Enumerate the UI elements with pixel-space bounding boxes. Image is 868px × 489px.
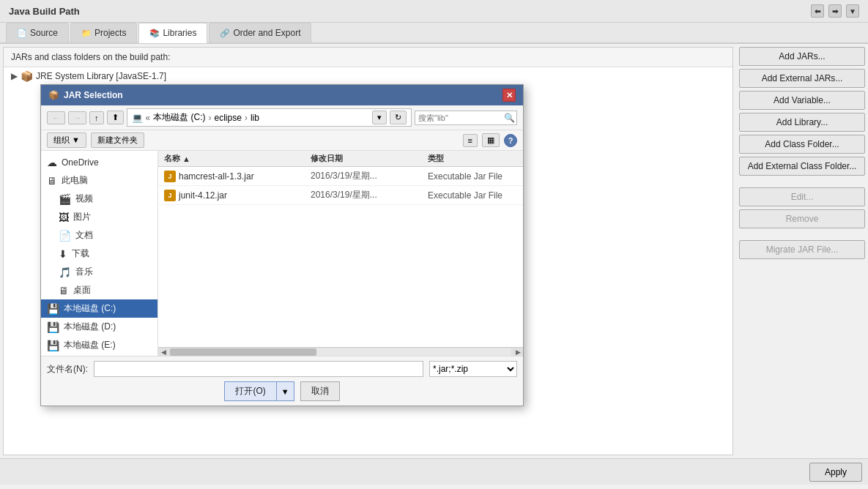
main-area: JARs and class folders on the build path… [0, 44, 868, 458]
secondary-toolbar: 组织 ▼ 新建文件夹 ≡ ▦ ? [41, 130, 523, 151]
add-external-class-folder-button[interactable]: Add External Class Folder... [739, 157, 865, 176]
remove-button[interactable]: Remove [739, 209, 865, 228]
sidebar-item-music[interactable]: 🎵 音乐 [41, 263, 157, 281]
tab-order[interactable]: 🔗 Order and Export [209, 23, 311, 42]
back-btn[interactable]: ⬅ [811, 4, 824, 18]
sidebar-item-downloads[interactable]: ⬇ 下载 [41, 244, 157, 263]
nav-parent-button[interactable]: ⬆ [107, 111, 124, 124]
open-button[interactable]: 打开(O) [224, 381, 275, 401]
search-input[interactable] [418, 113, 502, 122]
add-variable-button[interactable]: Add Variable... [739, 91, 865, 110]
title-bar: Java Build Path ⬅ ➡ ▼ [0, 0, 868, 23]
new-folder-label: 新建文件夹 [97, 135, 138, 144]
video-label: 视频 [75, 193, 93, 205]
add-external-jars-button[interactable]: Add External JARs... [739, 69, 865, 88]
open-dropdown-button[interactable]: ▼ [276, 381, 294, 401]
nav-up-button[interactable]: ↑ [89, 111, 104, 124]
dialog-close-button[interactable]: ✕ [502, 89, 516, 102]
add-jars-button[interactable]: Add JARs... [739, 47, 865, 66]
file-list-container: 名称 ▲ 修改日期 类型 J hamcrest-all-1.3.jar [158, 151, 523, 356]
migrate-jar-button[interactable]: Migrate JAR File... [739, 240, 865, 259]
col-type-header: 类型 [428, 153, 517, 164]
cdrive-label: 本地磁盘 (C:) [64, 302, 116, 315]
downloads-label: 下载 [72, 247, 89, 260]
filename-row: 文件名(N): *.jar;*.zip [47, 361, 517, 377]
tab-source[interactable]: 📄 Source [6, 23, 69, 42]
onedrive-label: OneDrive [62, 157, 99, 168]
filename-label: 文件名(N): [47, 363, 88, 376]
breadcrumb-area[interactable]: 💻 « 本地磁盘 (C:) › eclipse › lib ▾ ↻ [127, 108, 412, 127]
add-library-button[interactable]: Add Library... [739, 113, 865, 132]
cdrive-icon: 💾 [47, 303, 59, 315]
view-toggle-button[interactable]: ≡ [463, 134, 478, 147]
dialog-overlay: 📦 JAR Selection ✕ ← → ↑ ⬆ 💻 « 本地磁盘 (C:) [4, 48, 732, 455]
video-icon: 🎬 [59, 193, 71, 205]
col-name-header[interactable]: 名称 ▲ [164, 153, 311, 164]
new-folder-button[interactable]: 新建文件夹 [91, 132, 144, 148]
tab-source-label: Source [30, 28, 58, 38]
music-icon: 🎵 [59, 266, 71, 278]
downloads-icon: ⬇ [59, 248, 67, 260]
music-label: 音乐 [75, 266, 93, 278]
file-list-header: 名称 ▲ 修改日期 类型 [158, 151, 523, 167]
dialog-toolbar: ← → ↑ ⬆ 💻 « 本地磁盘 (C:) › eclipse › lib ▾ [41, 105, 523, 130]
add-class-folder-button[interactable]: Add Class Folder... [739, 135, 865, 154]
sidebar-item-ddrive[interactable]: 💾 本地磁盘 (D:) [41, 318, 157, 336]
apply-button[interactable]: Apply [809, 463, 862, 482]
sidebar-item-onedrive[interactable]: ☁ OneDrive [41, 154, 157, 171]
breadcrumb-sep1: « [146, 113, 151, 123]
sidebar-item-desktop[interactable]: 🖥 桌面 [41, 281, 157, 299]
tab-projects[interactable]: 📁 Projects [70, 23, 137, 42]
junit-name-col: J junit-4.12.jar [164, 190, 311, 201]
dialog-buttons: 打开(O) ▼ 取消 [47, 381, 517, 401]
sidebar-item-documents[interactable]: 📄 文档 [41, 226, 157, 244]
libraries-tab-icon: 📚 [149, 29, 160, 38]
horizontal-scrollbar[interactable]: ◀ ▶ [158, 347, 523, 356]
cancel-button[interactable]: 取消 [300, 381, 340, 401]
organize-button[interactable]: 组织 ▼ [47, 132, 86, 148]
sort-icon: ▲ [182, 154, 190, 163]
junit-jar-icon: J [164, 190, 176, 201]
desktop-icon: 🖥 [59, 285, 69, 296]
documents-icon: 📄 [59, 230, 71, 242]
pictures-icon: 🖼 [59, 212, 69, 223]
breadcrumb-icon: 💻 [132, 113, 143, 123]
refresh-button[interactable]: ↻ [390, 111, 407, 124]
pictures-label: 图片 [73, 211, 91, 223]
file-list-area: 名称 ▲ 修改日期 类型 J hamcrest-all-1.3.jar [158, 151, 523, 347]
file-row-hamcrest[interactable]: J hamcrest-all-1.3.jar 2016/3/19/星期... E… [158, 167, 523, 186]
ddrive-icon: 💾 [47, 321, 59, 333]
search-area[interactable]: 🔍 [415, 111, 517, 125]
edrive-icon: 💾 [47, 340, 59, 351]
sidebar-item-thispc[interactable]: 🖥 此电脑 [41, 171, 157, 190]
sidebar-item-edrive[interactable]: 💾 本地磁盘 (E:) [41, 336, 157, 354]
file-row-junit[interactable]: J junit-4.12.jar 2016/3/19/星期... Executa… [158, 186, 523, 205]
edit-button[interactable]: Edit... [739, 187, 865, 206]
help-button[interactable]: ? [504, 134, 517, 147]
sidebar-item-video[interactable]: 🎬 视频 [41, 190, 157, 208]
h-scroll-left-arrow[interactable]: ◀ [158, 348, 168, 356]
search-icon: 🔍 [504, 113, 515, 123]
nav-back-button[interactable]: ← [47, 111, 65, 124]
forward-btn[interactable]: ➡ [828, 4, 842, 18]
junit-filename: junit-4.12.jar [179, 190, 227, 201]
menu-btn[interactable]: ▼ [846, 4, 859, 18]
filetype-select[interactable]: *.jar;*.zip [429, 361, 517, 377]
right-panel: Add JARs... Add External JARs... Add Var… [736, 44, 868, 458]
hamcrest-type: Executable Jar File [428, 171, 517, 182]
filename-input[interactable] [94, 361, 423, 377]
breadcrumb-sep3: › [245, 113, 248, 123]
nav-forward-button[interactable]: → [68, 111, 86, 124]
edrive-label: 本地磁盘 (E:) [64, 339, 116, 351]
sidebar-item-pictures[interactable]: 🖼 图片 [41, 208, 157, 226]
h-scroll-track[interactable] [170, 348, 511, 356]
breadcrumb-dropdown-button[interactable]: ▾ [372, 111, 387, 124]
sidebar-item-cdrive[interactable]: 💾 本地磁盘 (C:) [41, 299, 157, 318]
h-scroll-thumb[interactable] [170, 348, 316, 356]
tab-libraries[interactable]: 📚 Libraries [138, 23, 207, 43]
view-list-button[interactable]: ▦ [482, 133, 500, 147]
h-scroll-right-arrow[interactable]: ▶ [513, 348, 523, 356]
onedrive-icon: ☁ [47, 157, 57, 168]
tab-projects-label: Projects [94, 28, 126, 38]
thispc-label: 此电脑 [62, 174, 88, 187]
